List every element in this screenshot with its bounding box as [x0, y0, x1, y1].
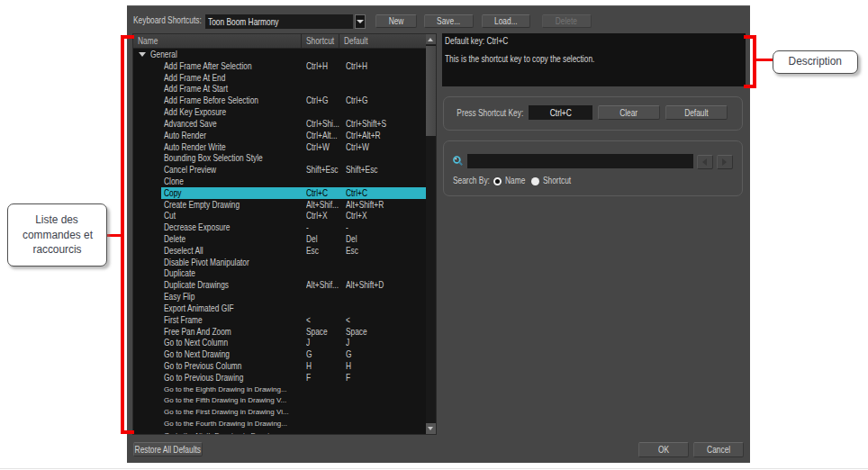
table-row[interactable]: General — [133, 49, 426, 60]
cell-name: General — [133, 49, 302, 60]
table-row[interactable]: Go to Next DrawingGG — [133, 348, 426, 360]
cell-name: Add Frame After Selection — [133, 60, 302, 72]
list-header: Name Shortcut Default — [133, 34, 426, 49]
cell-name: Go to Next Drawing — [133, 348, 302, 360]
table-row[interactable]: Bounding Box Selection Style — [133, 152, 426, 164]
cell-shortcut: - — [302, 221, 339, 233]
search-icon — [452, 155, 464, 167]
left-callout: Liste des commandes et raccourcis — [7, 203, 107, 267]
radio-shortcut[interactable] — [531, 177, 540, 186]
table-row[interactable]: Free Pan And ZoomSpaceSpace — [133, 326, 426, 338]
table-row[interactable]: CopyCtrl+CCtrl+C — [133, 187, 426, 199]
table-row[interactable]: Add Frame Before SelectionCtrl+GCtrl+G — [133, 95, 426, 106]
cell-shortcut — [302, 406, 339, 418]
table-row[interactable]: First Frame<< — [133, 314, 426, 326]
vertical-scrollbar[interactable] — [426, 34, 436, 434]
table-row[interactable]: Go to Previous DrawingFF — [133, 372, 426, 384]
cell-name: Create Empty Drawing — [133, 199, 302, 211]
scrollbar-thumb[interactable] — [426, 46, 436, 136]
table-row[interactable]: Auto RenderCtrl+Alt...Ctrl+Alt+R — [133, 130, 426, 141]
table-row[interactable]: Cancel PreviewShift+EscShift+Esc — [133, 164, 426, 176]
cell-shortcut — [302, 152, 339, 164]
cell-default: - — [339, 221, 426, 233]
cell-name: First Frame — [133, 314, 302, 326]
cell-default — [339, 257, 426, 268]
cell-default: H — [339, 360, 426, 372]
table-row[interactable]: Go to the First Drawing in Drawing Vi... — [133, 406, 426, 418]
arrow-up-icon — [428, 38, 433, 41]
search-input[interactable] — [467, 154, 693, 168]
left-bracket-top-cap — [121, 35, 135, 39]
cell-shortcut: H — [302, 360, 339, 372]
save-button[interactable]: Save... — [424, 14, 474, 29]
scroll-up-button[interactable] — [426, 34, 436, 45]
cell-name: Add Frame At End — [133, 72, 302, 84]
table-row[interactable]: Deselect AllEscEsc — [133, 245, 426, 257]
cell-name: Export Animated GIF — [133, 303, 302, 314]
cell-default: Del — [339, 233, 426, 245]
table-row[interactable]: Add Frame At End — [133, 72, 426, 84]
description-panel: Default key: Ctrl+C This is the shortcut… — [442, 33, 746, 87]
radio-shortcut-label[interactable]: Shortcut — [543, 175, 571, 186]
table-row[interactable]: Go to the Eighth Drawing in Drawing... — [133, 384, 426, 395]
left-callout-line1: Liste des — [23, 212, 93, 227]
table-row[interactable]: Advanced SaveCtrl+Shi...Ctrl+Shift+S — [133, 118, 426, 130]
cell-shortcut: J — [302, 337, 339, 348]
column-header-name[interactable]: Name — [133, 34, 302, 48]
scroll-down-button[interactable] — [426, 423, 436, 434]
cell-shortcut: G — [302, 348, 339, 360]
right-callout-connector — [756, 59, 773, 62]
table-row[interactable]: Decrease Exposure-- — [133, 221, 426, 233]
preset-combobox[interactable]: Toon Boom Harmony — [205, 14, 353, 29]
restore-all-defaults-button[interactable]: Restore All Defaults — [133, 442, 203, 456]
cell-shortcut: Esc — [302, 245, 339, 257]
left-bracket-bottom-cap — [121, 430, 135, 434]
cell-default: Alt+Shift+R — [339, 199, 426, 211]
chevron-down-icon — [357, 20, 364, 23]
table-row[interactable]: Go to the Fourth Drawing in Drawing... — [133, 418, 426, 429]
table-row[interactable]: Duplicate — [133, 267, 426, 279]
cell-name: Duplicate Drawings — [133, 279, 302, 291]
table-row[interactable]: Easy Flip — [133, 291, 426, 303]
table-row[interactable]: Export Animated GIF — [133, 303, 426, 314]
tree-expand-icon[interactable] — [139, 52, 146, 57]
cell-shortcut: Alt+Shif... — [302, 199, 339, 211]
table-row[interactable]: Disable Pivot Manipulator — [133, 257, 426, 268]
right-callout: Description — [773, 50, 858, 74]
preset-combobox-dropdown-button[interactable] — [355, 14, 366, 29]
cell-default: Ctrl+Alt+R — [339, 130, 426, 141]
table-row[interactable]: DeleteDelDel — [133, 233, 426, 245]
shortcut-key-field[interactable]: Ctrl+C — [529, 105, 592, 120]
cancel-button[interactable]: Cancel — [693, 442, 744, 457]
ok-button[interactable]: OK — [638, 442, 689, 457]
cell-shortcut — [302, 106, 339, 118]
table-row[interactable]: Go to the Fifth Drawing in Drawing V... — [133, 394, 426, 406]
column-header-shortcut[interactable]: Shortcut — [302, 34, 339, 48]
column-header-default[interactable]: Default — [339, 34, 426, 48]
cell-name: Auto Render — [133, 130, 302, 141]
default-button[interactable]: Default — [665, 105, 728, 120]
table-row[interactable]: Add Key Exposure — [133, 106, 426, 118]
table-row[interactable]: Clone — [133, 176, 426, 187]
new-button[interactable]: New — [375, 14, 417, 29]
description-text: This is the shortcut key to copy the sel… — [445, 53, 742, 65]
table-row[interactable]: Go to Previous ColumnHH — [133, 360, 426, 372]
table-row[interactable]: Auto Render WriteCtrl+WCtrl+W — [133, 141, 426, 153]
table-row[interactable]: CutCtrl+XCtrl+X — [133, 210, 426, 221]
table-row[interactable]: Go to Next ColumnJJ — [133, 337, 426, 348]
search-next-button — [717, 155, 733, 169]
table-row[interactable]: Duplicate DrawingsAlt+Shif...Alt+Shift+D — [133, 279, 426, 291]
cell-shortcut — [302, 429, 339, 434]
cell-name: Delete — [133, 233, 302, 245]
cell-name: Go to the Ninth Drawing in Drawing... — [133, 429, 302, 434]
table-row[interactable]: Add Frame After SelectionCtrl+HCtrl+H — [133, 60, 426, 72]
table-row[interactable]: Go to the Ninth Drawing in Drawing... — [133, 429, 426, 434]
load-button[interactable]: Load... — [482, 14, 530, 29]
clear-button[interactable]: Clear — [598, 105, 660, 120]
cell-name: Auto Render Write — [133, 141, 302, 153]
table-row[interactable]: Create Empty DrawingAlt+Shif...Alt+Shift… — [133, 199, 426, 211]
radio-name[interactable] — [493, 177, 502, 186]
table-row[interactable]: Add Frame At Start — [133, 83, 426, 95]
cell-shortcut: Ctrl+C — [302, 187, 339, 199]
radio-name-label[interactable]: Name — [505, 175, 525, 186]
